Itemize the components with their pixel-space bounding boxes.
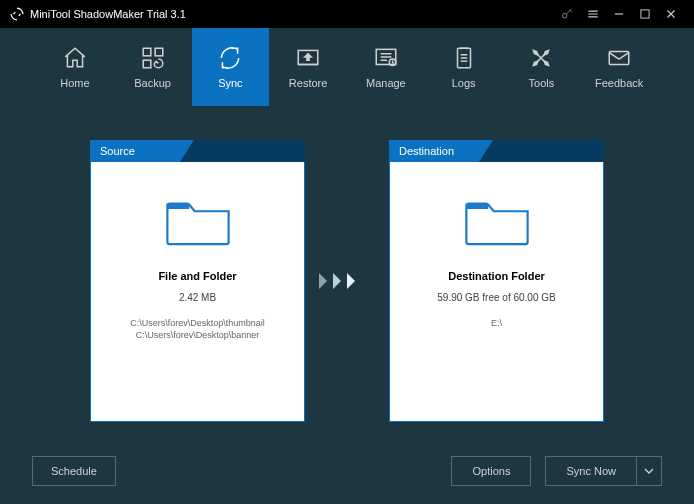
menu-button[interactable] [580,0,606,28]
sync-icon [217,45,243,71]
svg-rect-4 [143,60,151,68]
svg-rect-1 [641,10,649,18]
close-button[interactable] [658,0,684,28]
titlebar: MiniTool ShadowMaker Trial 3.1 [0,0,694,28]
maximize-button[interactable] [632,0,658,28]
options-button[interactable]: Options [451,456,531,486]
backup-icon [140,45,166,71]
destination-tab-label: Destination [399,145,454,157]
tools-icon [528,45,554,71]
nav-logs-label: Logs [452,77,476,89]
nav-manage-label: Manage [366,77,406,89]
folder-icon [163,192,233,248]
source-heading: File and Folder [158,270,236,282]
options-label: Options [473,465,511,477]
logs-icon [451,45,477,71]
nav-logs[interactable]: Logs [425,28,503,106]
caret-down-icon [644,468,654,474]
syncnow-dropdown[interactable] [637,457,661,485]
syncnow-split-button: Sync Now [545,456,662,486]
nav-feedback[interactable]: Feedback [580,28,658,106]
destination-tab-stripe [479,140,604,162]
destination-tab: Destination [389,140,479,162]
nav-home-label: Home [60,77,89,89]
direction-chevrons [317,140,377,422]
home-icon [62,45,88,71]
source-card-body: File and Folder 2.42 MB C:\Users\forev\D… [90,162,305,422]
source-path-2: C:\Users\forev\Desktop\banner [130,329,265,341]
key-button[interactable] [554,0,580,28]
destination-card-body: Destination Folder 59.90 GB free of 60.0… [389,162,604,422]
restore-icon [295,45,321,71]
source-path-1: C:\Users\forev\Desktop\thumbnail [130,317,265,329]
nav-restore[interactable]: Restore [269,28,347,106]
schedule-button[interactable]: Schedule [32,456,116,486]
schedule-label: Schedule [51,465,97,477]
nav-home[interactable]: Home [36,28,114,106]
nav-feedback-label: Feedback [595,77,643,89]
source-size: 2.42 MB [179,292,216,303]
chevron-right-icon [317,266,377,296]
feedback-icon [606,45,632,71]
source-tab: Source [90,140,180,162]
nav-backup-label: Backup [134,77,171,89]
bottom-bar: Schedule Options Sync Now [0,456,694,486]
svg-rect-9 [609,52,629,65]
destination-path-1: E:\ [491,317,502,329]
manage-icon [373,45,399,71]
folder-icon [462,192,532,248]
nav-tools[interactable]: Tools [503,28,581,106]
syncnow-label: Sync Now [566,465,616,477]
nav-backup[interactable]: Backup [114,28,192,106]
source-paths: C:\Users\forev\Desktop\thumbnail C:\User… [130,317,265,341]
source-tab-label: Source [100,145,135,157]
source-tab-stripe [180,140,305,162]
svg-rect-3 [155,48,163,56]
nav-restore-label: Restore [289,77,328,89]
svg-point-0 [562,13,567,18]
nav-sync[interactable]: Sync [192,28,270,106]
minimize-button[interactable] [606,0,632,28]
destination-heading: Destination Folder [448,270,545,282]
nav-tools-label: Tools [529,77,555,89]
app-title: MiniTool ShadowMaker Trial 3.1 [30,8,186,20]
nav-sync-label: Sync [218,77,242,89]
destination-size: 59.90 GB free of 60.00 GB [437,292,555,303]
app-logo-icon [10,7,24,21]
main-area: Source File and Folder 2.42 MB C:\Users\… [0,106,694,422]
source-card[interactable]: Source File and Folder 2.42 MB C:\Users\… [90,140,305,422]
svg-rect-2 [143,48,151,56]
destination-card[interactable]: Destination Destination Folder 59.90 GB … [389,140,604,422]
nav-manage[interactable]: Manage [347,28,425,106]
destination-paths: E:\ [491,317,502,329]
syncnow-button[interactable]: Sync Now [546,457,637,485]
nav-toolbar: Home Backup Sync Restore Manage Logs Too… [0,28,694,106]
